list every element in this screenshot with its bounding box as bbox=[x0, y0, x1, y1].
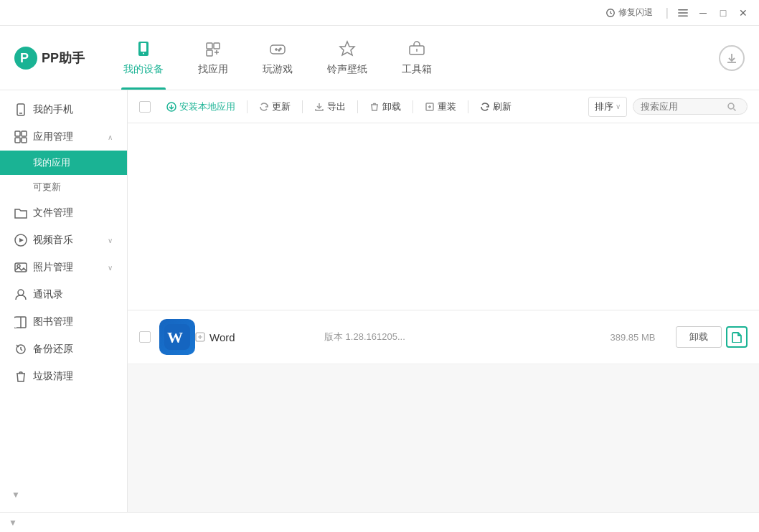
sidebar-item-my-apps[interactable]: 我的应用 bbox=[0, 151, 127, 175]
svg-rect-1 bbox=[678, 12, 688, 14]
sidebar-item-app-manage-label: 应用管理 bbox=[33, 130, 73, 143]
sidebar-item-backup-restore[interactable]: 备份还原 bbox=[0, 336, 127, 363]
sort-chevron-icon: ∨ bbox=[616, 103, 621, 110]
sidebar-item-photo-manage-label: 照片管理 bbox=[33, 261, 73, 274]
sidebar-item-video-music[interactable]: 视频音乐 ∨ bbox=[0, 227, 127, 254]
sidebar-item-app-manage[interactable]: 应用管理 ∧ bbox=[0, 123, 127, 151]
main: 我的手机 应用管理 ∧ 我的应用 可更新 bbox=[0, 90, 759, 512]
sidebar-item-photo-manage[interactable]: 照片管理 ∨ bbox=[0, 254, 127, 281]
statusbar-arrow[interactable]: ▼ bbox=[9, 518, 17, 528]
svg-text:W: W bbox=[167, 328, 183, 346]
sep5 bbox=[468, 100, 468, 113]
svg-rect-8 bbox=[207, 43, 212, 49]
book-icon bbox=[14, 315, 27, 328]
header-right bbox=[719, 45, 745, 71]
reinstall-icon bbox=[425, 102, 435, 112]
toolbox-icon bbox=[408, 40, 425, 60]
sort-label: 排序 bbox=[595, 100, 613, 113]
empty-top-section bbox=[128, 123, 759, 310]
app-list: W Word 版本 1.28.161205... 389.85 MB 卸载 bbox=[128, 123, 759, 512]
select-all-checkbox[interactable] bbox=[139, 101, 151, 113]
word-name-col: Word bbox=[195, 331, 310, 343]
close-button[interactable]: ✕ bbox=[733, 3, 753, 23]
empty-bottom-section bbox=[128, 364, 759, 508]
sidebar-item-backup-restore-label: 备份还原 bbox=[33, 343, 73, 356]
sidebar-item-file-manage-label: 文件管理 bbox=[33, 206, 73, 219]
my-device-icon bbox=[135, 40, 152, 60]
tab-find-app[interactable]: 找应用 bbox=[181, 26, 245, 90]
menu-button[interactable] bbox=[673, 3, 693, 23]
install-label: 安装本地应用 bbox=[179, 100, 235, 113]
sidebar-item-updatable[interactable]: 可更新 bbox=[0, 175, 127, 199]
svg-point-13 bbox=[278, 49, 280, 51]
svg-marker-14 bbox=[340, 42, 354, 55]
svg-point-7 bbox=[143, 52, 144, 54]
word-file-button[interactable] bbox=[726, 326, 748, 348]
refresh-button[interactable]: 刷新 bbox=[473, 98, 519, 116]
search-icon bbox=[727, 102, 737, 112]
sidebar-item-my-apps-label: 我的应用 bbox=[33, 157, 70, 168]
title-sep: | bbox=[666, 6, 669, 19]
sidebar-item-my-phone[interactable]: 我的手机 bbox=[0, 96, 127, 123]
word-source-icon bbox=[195, 332, 205, 342]
word-checkbox[interactable] bbox=[139, 331, 151, 343]
tab-ringtone[interactable]: 铃声壁纸 bbox=[310, 26, 385, 90]
search-box bbox=[633, 98, 748, 115]
tab-my-device[interactable]: 我的设备 bbox=[106, 26, 181, 90]
sidebar-item-trash-clean[interactable]: 垃圾清理 bbox=[0, 363, 127, 390]
svg-rect-19 bbox=[15, 131, 20, 136]
search-input[interactable] bbox=[641, 101, 727, 112]
sep3 bbox=[357, 100, 358, 113]
titlebar: 修复闪退 | ─ □ ✕ bbox=[0, 0, 759, 26]
sep1 bbox=[247, 100, 248, 113]
sidebar-item-file-manage[interactable]: 文件管理 bbox=[0, 199, 127, 227]
uninstall-toolbar-button[interactable]: 卸载 bbox=[362, 98, 408, 116]
tab-play-game-label: 玩游戏 bbox=[263, 63, 293, 76]
word-version: 版本 1.28.161205... bbox=[310, 331, 590, 343]
svg-rect-10 bbox=[207, 50, 212, 56]
maximize-button[interactable]: □ bbox=[713, 3, 733, 23]
update-button[interactable]: 更新 bbox=[252, 98, 298, 116]
toolbar: 安装本地应用 更新 导出 bbox=[128, 90, 759, 123]
delete-icon bbox=[369, 102, 380, 112]
sidebar: 我的手机 应用管理 ∧ 我的应用 可更新 bbox=[0, 90, 128, 512]
play-game-icon bbox=[269, 40, 286, 60]
svg-rect-20 bbox=[22, 131, 27, 136]
download-button[interactable] bbox=[719, 45, 745, 71]
sidebar-item-contacts[interactable]: 通讯录 bbox=[0, 281, 127, 308]
minimize-button[interactable]: ─ bbox=[693, 3, 713, 23]
sidebar-item-book-manage[interactable]: 图书管理 bbox=[0, 308, 127, 336]
find-app-icon bbox=[204, 40, 222, 60]
svg-rect-22 bbox=[22, 138, 27, 143]
sort-button[interactable]: 排序 ∨ bbox=[588, 97, 627, 117]
svg-point-27 bbox=[18, 290, 24, 295]
sidebar-item-trash-clean-label: 垃圾清理 bbox=[33, 370, 73, 383]
export-button[interactable]: 导出 bbox=[307, 98, 353, 116]
uninstall-toolbar-label: 卸载 bbox=[382, 100, 401, 113]
apps-icon bbox=[14, 130, 27, 143]
play-icon bbox=[14, 234, 27, 247]
sep4 bbox=[412, 100, 413, 113]
word-uninstall-button[interactable]: 卸载 bbox=[676, 326, 722, 348]
trash-icon bbox=[14, 370, 27, 383]
reinstall-label: 重装 bbox=[438, 100, 456, 113]
sidebar-bottom: ▼ bbox=[0, 482, 127, 506]
word-actions: 卸载 bbox=[676, 326, 748, 348]
sidebar-bottom-arrow[interactable]: ▼ bbox=[11, 490, 20, 500]
tab-toolbox[interactable]: 工具箱 bbox=[385, 26, 449, 90]
install-local-button[interactable]: 安装本地应用 bbox=[159, 98, 242, 116]
svg-point-12 bbox=[280, 48, 281, 49]
logo-icon: P bbox=[14, 47, 37, 70]
export-label: 导出 bbox=[327, 100, 346, 113]
sidebar-item-my-phone-label: 我的手机 bbox=[33, 103, 73, 116]
svg-marker-24 bbox=[19, 238, 24, 242]
reinstall-button[interactable]: 重装 bbox=[418, 98, 463, 116]
folder-icon bbox=[14, 206, 27, 219]
export-icon bbox=[314, 102, 324, 112]
repair-section: 修复闪退 bbox=[605, 6, 653, 19]
svg-point-31 bbox=[728, 103, 734, 109]
tab-toolbox-label: 工具箱 bbox=[402, 63, 432, 76]
photo-manage-left: 照片管理 bbox=[14, 261, 73, 274]
ringtone-icon bbox=[339, 40, 356, 60]
tab-play-game[interactable]: 玩游戏 bbox=[245, 26, 310, 90]
